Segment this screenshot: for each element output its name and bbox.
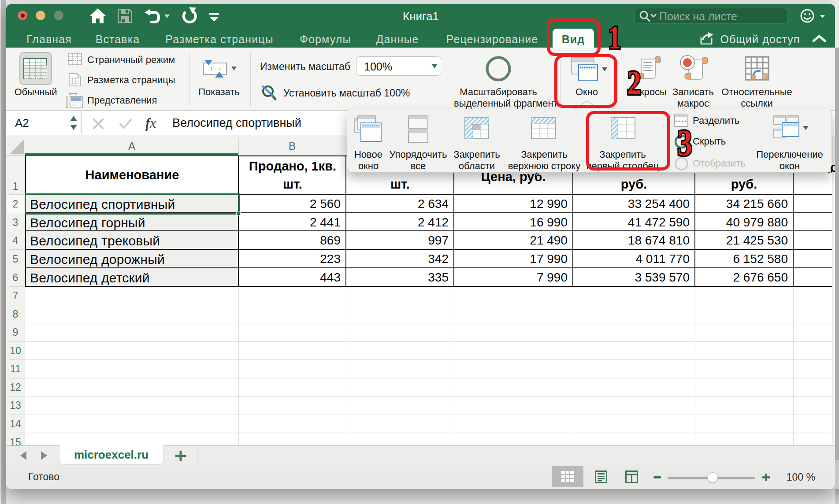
svg-text:3: 3 — [677, 123, 692, 160]
svg-text:2: 2 — [627, 63, 641, 99]
svg-text:1: 1 — [608, 19, 621, 53]
